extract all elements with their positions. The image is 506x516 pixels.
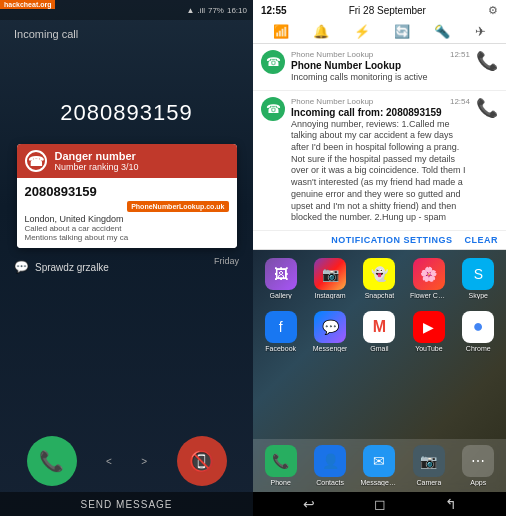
app-gmail[interactable]: M Gmail — [356, 311, 403, 352]
snapchat-icon: 👻 — [363, 258, 395, 290]
app-snapchat[interactable]: 👻 Snapchat — [356, 258, 403, 299]
dock-row: 📞 Phone 👤 Contacts ✉ Messages Plus 📷 Cam… — [253, 443, 506, 488]
instagram-label: Instagram — [315, 292, 346, 299]
danger-about1: Called about a car accident — [25, 224, 229, 233]
decline-icon: 📵 — [189, 449, 214, 473]
time-display: 16:10 — [227, 6, 247, 15]
dock-contacts-icon: 👤 — [314, 445, 346, 477]
send-message-label: SEND MESSAGE — [80, 499, 172, 510]
hack-badge: hackcheat.org — [0, 0, 55, 9]
dock-contacts[interactable]: 👤 Contacts — [306, 445, 353, 486]
notif-title-1: Phone Number Lookup — [291, 60, 470, 71]
dock-camera[interactable]: 📷 Camera — [405, 445, 452, 486]
notification-clear-button[interactable]: CLEAR — [465, 235, 499, 245]
clock: 12:55 — [261, 5, 287, 16]
gallery-icon: 🖼 — [265, 258, 297, 290]
send-message-bar[interactable]: SEND MESSAGE — [0, 492, 253, 516]
app-gallery[interactable]: 🖼 Gallery — [257, 258, 304, 299]
flower-label: Flower Czest ochłynął — [410, 292, 448, 299]
dock-messages-label: Messages Plus — [360, 479, 398, 486]
home-button[interactable]: ◻ — [374, 496, 386, 512]
rotate-icon[interactable]: 🔄 — [394, 24, 410, 39]
status-bar-right: 12:55 Fri 28 September ⚙ — [253, 0, 506, 20]
dock-phone-icon: 📞 — [265, 445, 297, 477]
app-facebook[interactable]: f Facebook — [257, 311, 304, 352]
chrome-label: Chrome — [466, 345, 491, 352]
wifi-toggle-icon[interactable]: 📶 — [273, 24, 289, 39]
app-grid-row1: 🖼 Gallery 📷 Instagram 👻 Snapchat 🌸 Flowe… — [253, 250, 506, 303]
danger-ranking: Number ranking 3/10 — [55, 162, 139, 172]
status-icons: ▲ .ill 77% 16:10 — [186, 6, 247, 15]
quick-settings-row: 📶 🔔 ⚡ 🔄 🔦 ✈ — [253, 20, 506, 44]
app-youtube[interactable]: ▶ YouTube — [405, 311, 452, 352]
dock-phone[interactable]: 📞 Phone — [257, 445, 304, 486]
notif-time-1: 12:51 — [450, 50, 470, 59]
call-action-icon-2[interactable]: 📞 — [476, 97, 498, 119]
danger-card-body: 2080893159 PhoneNumberLookup.co.uk Londo… — [17, 178, 237, 248]
gmail-label: Gmail — [370, 345, 388, 352]
skype-icon: S — [462, 258, 494, 290]
current-date: Fri 28 September — [349, 5, 426, 16]
app-chrome[interactable]: ● Chrome — [455, 311, 502, 352]
dock-apps-icon: ⋯ — [462, 445, 494, 477]
danger-title: Danger number — [55, 150, 139, 162]
sound-icon[interactable]: 🔔 — [313, 24, 329, 39]
status-bar-left: hackcheat.org ▲ .ill 77% 16:10 — [0, 0, 253, 20]
call-action-icon-1[interactable]: 📞 — [476, 50, 498, 72]
notification-actions: NOTIFICATION SETTINGS CLEAR — [253, 231, 506, 250]
snapchat-label: Snapchat — [365, 292, 395, 299]
notif-time-2: 12:54 — [450, 97, 470, 106]
notif-app-name-2: Phone Number Lookup — [291, 97, 373, 106]
accept-call-button[interactable]: 📞 — [27, 436, 77, 486]
settings-icon[interactable]: ⚙ — [488, 4, 498, 17]
danger-phone-number: 2080893159 — [25, 184, 229, 199]
app-flower[interactable]: 🌸 Flower Czest ochłynął — [405, 258, 452, 299]
gallery-label: Gallery — [270, 292, 292, 299]
notification-settings-button[interactable]: NOTIFICATION SETTINGS — [331, 235, 452, 245]
notification-panel: ☎ Phone Number Lookup 12:51 Phone Number… — [253, 44, 506, 250]
dock-camera-label: Camera — [416, 479, 441, 486]
app-messenger[interactable]: 💬 Messenger — [306, 311, 353, 352]
message-date: Friday — [214, 256, 253, 266]
dock-apps[interactable]: ⋯ Apps — [455, 445, 502, 486]
incoming-call-screen: hackcheat.org ▲ .ill 77% 16:10 Incoming … — [0, 0, 253, 516]
pnl-notif-icon-1: ☎ — [261, 50, 285, 74]
decline-call-button[interactable]: 📵 — [177, 436, 227, 486]
pnl-logo: PhoneNumberLookup.co.uk — [127, 201, 228, 212]
notif-body-1: Incoming calls monitoring is active — [291, 72, 470, 84]
flashlight-icon[interactable]: 🔦 — [434, 24, 450, 39]
battery-icon: 77% — [208, 6, 224, 15]
dock-messages[interactable]: ✉ Messages Plus — [356, 445, 403, 486]
bluetooth-icon[interactable]: ⚡ — [354, 24, 370, 39]
dock-phone-label: Phone — [271, 479, 291, 486]
facebook-icon: f — [265, 311, 297, 343]
notif-content-1: Phone Number Lookup 12:51 Phone Number L… — [291, 50, 470, 84]
dock-contacts-label: Contacts — [316, 479, 344, 486]
app-skype[interactable]: S Skype — [455, 258, 502, 299]
pnl-notif-icon-2: ☎ — [261, 97, 285, 121]
dock: 📞 Phone 👤 Contacts ✉ Messages Plus 📷 Cam… — [253, 439, 506, 492]
call-action-buttons: 📞 < > 📵 — [27, 436, 227, 486]
airplane-icon[interactable]: ✈ — [475, 24, 486, 39]
incoming-call-label: Incoming call — [0, 28, 78, 40]
app-instagram[interactable]: 📷 Instagram — [306, 258, 353, 299]
message-icon: 💬 — [14, 260, 29, 274]
dock-camera-icon: 📷 — [413, 445, 445, 477]
danger-card: ☎ Danger number Number ranking 3/10 2080… — [17, 144, 237, 248]
facebook-label: Facebook — [265, 345, 296, 352]
notif-body-2: Annoying number, reviews: 1.Called me ta… — [291, 119, 470, 224]
recent-apps-button[interactable]: ↩ — [303, 496, 315, 512]
home-screen-with-notifications: 12:55 Fri 28 September ⚙ 📶 🔔 ⚡ 🔄 🔦 ✈ ☎ P… — [253, 0, 506, 516]
back-button[interactable]: ↰ — [445, 496, 457, 512]
signal-icon: ▲ — [186, 6, 194, 15]
notif-app-name-1: Phone Number Lookup — [291, 50, 373, 59]
instagram-icon: 📷 — [314, 258, 346, 290]
pnl-logo-row: PhoneNumberLookup.co.uk — [25, 201, 229, 212]
notification-item-1: ☎ Phone Number Lookup 12:51 Phone Number… — [253, 44, 506, 91]
navigation-bar: ↩ ◻ ↰ — [253, 492, 506, 516]
notif-header-2: Phone Number Lookup 12:54 — [291, 97, 470, 106]
notif-header-1: Phone Number Lookup 12:51 — [291, 50, 470, 59]
danger-about2: Mentions talking about my ca — [25, 233, 229, 242]
flower-icon: 🌸 — [413, 258, 445, 290]
skype-label: Skype — [469, 292, 488, 299]
